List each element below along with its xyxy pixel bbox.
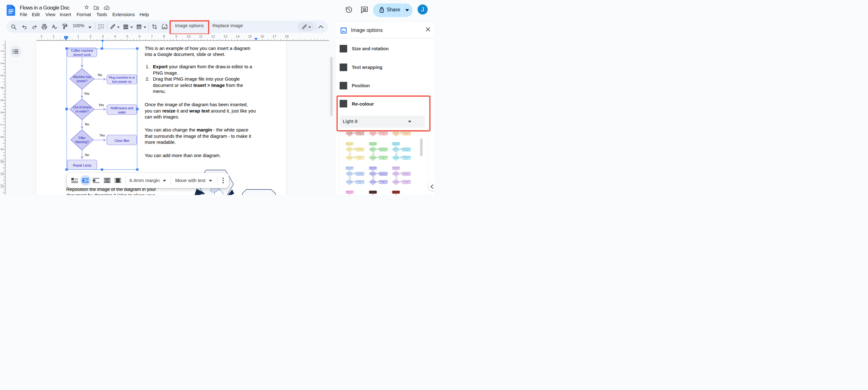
svg-text:5: 5 (0, 99, 4, 101)
svg-text:15: 15 (248, 34, 252, 38)
svg-text:9: 9 (176, 34, 177, 38)
svg-text:No: No (400, 172, 402, 174)
svg-text:water: water (382, 158, 385, 159)
svg-text:doesn't work: doesn't work (347, 144, 352, 145)
svg-text:or water?: or water? (371, 133, 375, 135)
svg-text:12: 12 (0, 184, 4, 188)
svg-text:doesn't work: doesn't work (370, 168, 376, 169)
svg-text:2: 2 (90, 34, 92, 38)
svg-text:8: 8 (0, 136, 4, 138)
svg-text:Yes: Yes (354, 157, 355, 158)
svg-text:doesn't work: doesn't work (347, 192, 352, 193)
svg-text:6: 6 (138, 34, 141, 38)
svg-text:water: water (405, 158, 408, 159)
svg-text:5: 5 (126, 34, 128, 38)
svg-text:Yes: Yes (400, 132, 402, 133)
svg-text:4: 4 (0, 87, 4, 88)
svg-text:17: 17 (272, 34, 276, 38)
svg-text:turn power on: turn power on (357, 174, 363, 175)
svg-text:6: 6 (0, 111, 4, 113)
svg-text:doesn't work: doesn't work (393, 192, 399, 193)
svg-text:14: 14 (236, 34, 240, 38)
svg-text:7: 7 (151, 34, 153, 38)
svg-text:No: No (354, 148, 355, 149)
svg-text:turn power on: turn power on (403, 149, 409, 151)
svg-text:4: 4 (114, 34, 116, 38)
svg-text:3: 3 (0, 75, 4, 77)
svg-text:doesn't work: doesn't work (393, 144, 399, 145)
svg-text:11: 11 (199, 34, 203, 38)
svg-text:9: 9 (0, 148, 4, 150)
svg-text:Yes: Yes (354, 132, 355, 133)
svg-text:No: No (400, 148, 402, 149)
svg-text:11: 11 (0, 172, 4, 175)
svg-text:Yes: Yes (373, 177, 375, 178)
svg-text:Yes: Yes (377, 181, 378, 182)
svg-text:doesn't work: doesn't work (370, 144, 376, 145)
svg-text:or water?: or water? (371, 182, 375, 183)
svg-text:16: 16 (260, 34, 264, 38)
svg-text:No: No (377, 148, 378, 149)
svg-text:doesn't work: doesn't work (347, 168, 352, 169)
svg-text:power?: power? (371, 174, 374, 175)
svg-text:No: No (354, 172, 355, 174)
svg-text:power?: power? (394, 174, 397, 175)
svg-text:or water?: or water? (347, 133, 352, 135)
svg-text:2: 2 (40, 34, 42, 38)
svg-text:Yes: Yes (373, 153, 375, 154)
svg-text:water: water (359, 158, 362, 159)
svg-text:water: water (359, 133, 362, 135)
svg-text:turn power on: turn power on (403, 174, 409, 175)
svg-text:power?: power? (348, 174, 351, 175)
svg-text:Yes: Yes (400, 157, 402, 158)
svg-text:7: 7 (0, 123, 4, 126)
svg-text:12: 12 (211, 34, 215, 38)
svg-text:power?: power? (394, 149, 397, 151)
svg-text:10: 10 (0, 160, 4, 163)
svg-text:water: water (382, 182, 385, 183)
svg-text:Yes: Yes (377, 157, 378, 158)
svg-text:2: 2 (0, 62, 4, 64)
svg-text:Yes: Yes (350, 153, 351, 154)
svg-text:power?: power? (348, 149, 351, 151)
svg-text:water: water (359, 182, 362, 183)
svg-text:Yes: Yes (396, 153, 398, 154)
svg-text:or water?: or water? (394, 182, 398, 183)
svg-text:or water?: or water? (347, 158, 352, 159)
svg-text:water: water (405, 182, 408, 183)
svg-text:power?: power? (371, 149, 374, 151)
svg-text:13: 13 (223, 34, 227, 38)
svg-text:10: 10 (187, 34, 190, 38)
svg-text:No: No (377, 172, 378, 174)
svg-text:water: water (405, 133, 408, 135)
svg-text:or water?: or water? (394, 158, 398, 159)
svg-text:doesn't work: doesn't work (370, 192, 376, 193)
svg-text:or water?: or water? (347, 182, 352, 183)
svg-text:turn power on: turn power on (357, 149, 363, 151)
svg-text:18: 18 (285, 34, 288, 38)
svg-text:or water?: or water? (371, 158, 375, 159)
svg-text:water: water (382, 133, 385, 135)
svg-text:Yes: Yes (396, 177, 398, 178)
svg-text:Yes: Yes (377, 132, 378, 133)
svg-text:Yes: Yes (350, 177, 351, 178)
svg-text:doesn't work: doesn't work (393, 168, 399, 169)
svg-text:8: 8 (163, 34, 165, 38)
svg-text:1: 1 (77, 34, 79, 38)
svg-text:or water?: or water? (394, 133, 398, 135)
svg-text:Yes: Yes (400, 181, 402, 182)
svg-text:1: 1 (0, 50, 4, 52)
svg-text:1: 1 (53, 34, 55, 38)
svg-text:turn power on: turn power on (380, 174, 386, 175)
svg-text:3: 3 (102, 34, 103, 38)
svg-text:Yes: Yes (354, 181, 355, 182)
svg-text:turn power on: turn power on (380, 149, 386, 151)
